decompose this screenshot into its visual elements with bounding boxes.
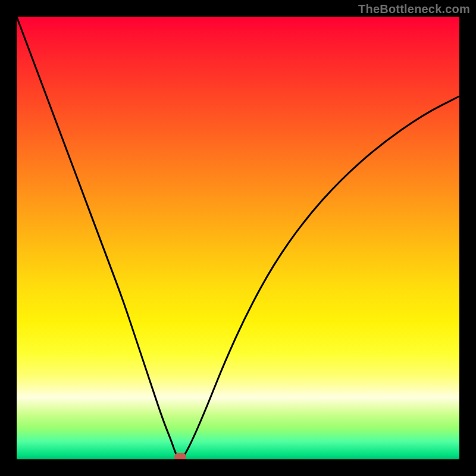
curve-layer (17, 17, 459, 459)
plot-area (17, 17, 459, 459)
outer-frame: TheBottleneck.com (0, 0, 476, 476)
bottleneck-curve (17, 17, 459, 459)
watermark-text: TheBottleneck.com (358, 2, 470, 16)
minimum-marker (174, 453, 186, 459)
